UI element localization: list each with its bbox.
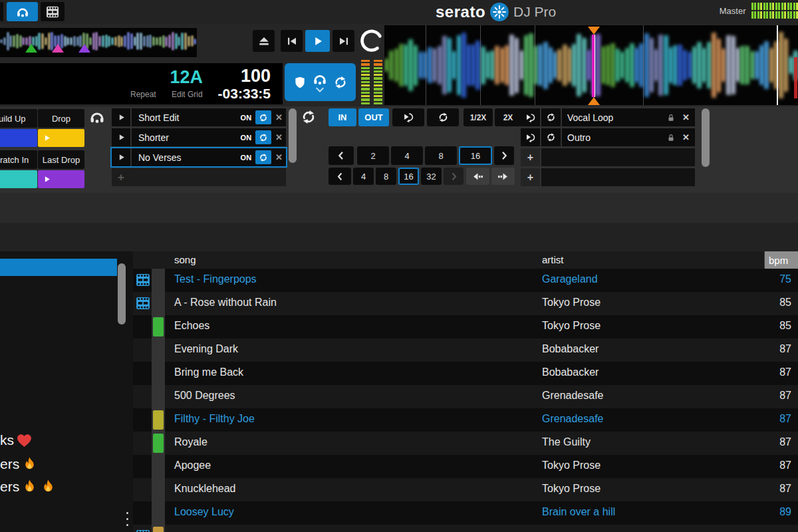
edit-grid-label[interactable]: Edit Grid — [172, 90, 203, 99]
saved-loop-row-2[interactable]: ShorterON✕ — [112, 128, 286, 146]
beat-shift-left-button[interactable] — [466, 168, 489, 185]
color-tag-cell[interactable] — [152, 269, 165, 292]
selected-crate-row[interactable] — [0, 259, 117, 276]
cue-monitor-control[interactable] — [313, 72, 327, 93]
column-header-bpm[interactable]: bpm — [765, 251, 798, 269]
loop-delete-button[interactable]: ✕ — [682, 132, 690, 142]
sidebar-scrollbar[interactable] — [118, 263, 126, 325]
table-row[interactable]: ApogeeTokyo Prose87 — [133, 455, 798, 478]
add-loop-row[interactable]: + — [112, 168, 286, 186]
saved-loop-row-3[interactable]: No VersesON✕ — [112, 148, 286, 166]
loop-sync-icon[interactable] — [301, 109, 317, 125]
play-loop-button[interactable] — [521, 128, 540, 146]
lock-icon[interactable] — [666, 133, 676, 142]
loop-on-label[interactable]: ON — [241, 134, 252, 142]
lock-icon[interactable] — [666, 113, 676, 122]
loop-delete-button[interactable]: ✕ — [682, 112, 690, 122]
saved-loop-right-row-1[interactable]: Vocal Loop✕ — [521, 108, 695, 126]
color-tag-cell[interactable] — [152, 501, 165, 525]
track-overview-waveform[interactable] — [0, 28, 197, 57]
reloop-button[interactable] — [541, 128, 561, 146]
column-header-artist[interactable]: artist — [542, 254, 564, 265]
loop-in-button[interactable]: IN — [329, 108, 356, 126]
table-row[interactable]: Evening DarkBobabacker87 — [133, 338, 798, 362]
table-row[interactable]: Bring me BackBobabacker87 — [133, 362, 798, 385]
beat-shift-right-button[interactable] — [491, 168, 515, 185]
beat-top-2[interactable]: 2 — [357, 146, 389, 165]
add-loop-row[interactable]: + — [521, 148, 695, 166]
table-row[interactable]: Filthy - Filthy JoeGrenadesafe87 — [133, 408, 798, 432]
shield-icon[interactable] — [293, 76, 307, 89]
saved-loop-row-1[interactable]: Short EditON✕ — [112, 108, 286, 126]
color-tag-cell[interactable] — [152, 338, 165, 362]
headphone-icon[interactable] — [89, 109, 105, 125]
loop-play-button[interactable] — [112, 148, 130, 166]
saved-loop-right-row-2[interactable]: Outro✕ — [521, 128, 695, 146]
beat-bottom-32[interactable]: 32 — [421, 168, 442, 185]
eject-button[interactable] — [253, 30, 275, 52]
table-row[interactable]: Loosey LucyBrain over a hill89 — [133, 501, 798, 525]
loop-out-button[interactable]: OUT — [358, 108, 389, 126]
play-loop-button[interactable] — [521, 108, 540, 126]
loop-delete-button[interactable]: ✕ — [275, 152, 283, 162]
video-toggle-button[interactable] — [41, 2, 65, 21]
table-row[interactable]: Test - FingerpopsGarageland75 — [133, 269, 798, 292]
beats-top-prev-button[interactable] — [329, 146, 354, 165]
loop-delete-button[interactable]: ✕ — [275, 112, 283, 122]
beat-bottom-4[interactable]: 4 — [353, 168, 374, 185]
loops-right-scrollbar[interactable] — [702, 108, 710, 167]
table-row[interactable]: RoyaleThe Guilty87 — [133, 432, 798, 455]
table-row[interactable]: A - Rose without RainTokyo Prose85 — [133, 292, 798, 315]
color-tag-cell[interactable] — [152, 455, 165, 478]
table-row[interactable] — [133, 525, 798, 532]
reloop-button[interactable] — [427, 108, 459, 126]
beats-top-next-button[interactable] — [494, 146, 514, 165]
cue-pad-2[interactable] — [38, 129, 84, 147]
add-loop-button[interactable]: + — [521, 168, 540, 186]
color-tag-cell[interactable] — [152, 478, 165, 501]
beat-bottom-16[interactable]: 16 — [398, 168, 419, 185]
color-tag-cell[interactable] — [152, 362, 165, 385]
beats-bottom-next-button[interactable] — [444, 168, 464, 185]
loop-sync-button[interactable] — [255, 130, 271, 144]
beat-top-16[interactable]: 16 — [459, 146, 492, 165]
play-button[interactable] — [305, 30, 330, 52]
loops-left-scrollbar[interactable] — [289, 108, 297, 163]
cue-pad-4[interactable] — [38, 170, 84, 188]
loop-sync-button[interactable] — [255, 150, 271, 164]
loop-sync-button[interactable] — [255, 110, 271, 124]
beat-top-4[interactable]: 4 — [391, 146, 423, 165]
previous-track-button[interactable] — [281, 30, 303, 52]
beat-bottom-8[interactable]: 8 — [376, 168, 396, 185]
beat-top-8[interactable]: 8 — [425, 146, 457, 165]
add-loop-row[interactable]: + — [521, 168, 695, 186]
repeat-label[interactable]: Repeat — [130, 90, 156, 99]
crate-item[interactable]: ers — [0, 454, 38, 475]
sync-icon[interactable] — [333, 75, 348, 90]
loop-on-label[interactable]: ON — [241, 154, 252, 162]
loop-play-button[interactable] — [112, 108, 130, 126]
crate-item[interactable]: ks — [0, 430, 33, 451]
color-tag-cell[interactable] — [152, 292, 165, 315]
filter-knob[interactable] — [359, 28, 384, 55]
cue-pad-3[interactable] — [0, 170, 37, 188]
loop-double-button[interactable]: 2X — [495, 108, 521, 126]
table-row[interactable]: KnuckleheadTokyo Prose87 — [133, 478, 798, 501]
loop-play-button[interactable] — [112, 128, 130, 146]
next-track-button[interactable] — [332, 30, 354, 52]
column-header-song[interactable]: song — [174, 254, 196, 265]
table-row[interactable]: 500 DegreesGrenadesafe87 — [133, 385, 798, 408]
color-tag-cell[interactable] — [152, 385, 165, 408]
loop-slot-button[interactable] — [392, 108, 424, 126]
cue-headphone-toggle-button[interactable] — [7, 2, 38, 21]
panel-resize-handle[interactable] — [126, 512, 128, 526]
cue-pad-1[interactable] — [0, 129, 37, 147]
crate-item[interactable]: ers — [0, 476, 57, 497]
reloop-button[interactable] — [541, 108, 561, 126]
table-row[interactable]: EchoesTokyo Prose85 — [133, 315, 798, 338]
beats-bottom-prev-button[interactable] — [329, 168, 351, 185]
main-spectral-waveform[interactable] — [384, 25, 798, 105]
loop-half-button[interactable]: 1/2X — [464, 108, 493, 126]
loop-delete-button[interactable]: ✕ — [275, 132, 283, 142]
loop-on-label[interactable]: ON — [241, 114, 252, 122]
